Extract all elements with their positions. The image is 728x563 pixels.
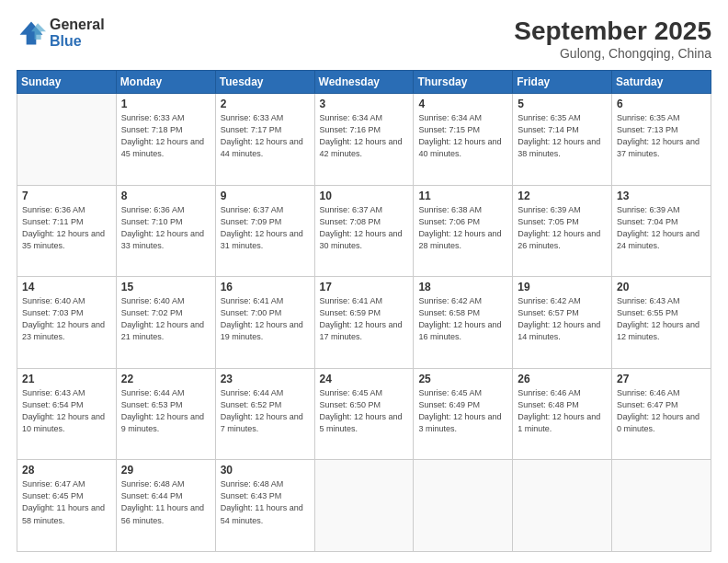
day-number: 14 bbox=[22, 281, 111, 293]
day-number: 2 bbox=[221, 98, 310, 110]
weekday-header-sunday: Sunday bbox=[17, 71, 117, 94]
header: General Blue September 2025 Gulong, Chon… bbox=[17, 17, 711, 61]
calendar-cell: 29Sunrise: 6:48 AM Sunset: 6:44 PM Dayli… bbox=[116, 460, 215, 552]
day-number: 9 bbox=[221, 190, 310, 202]
day-info: Sunrise: 6:35 AM Sunset: 7:14 PM Dayligh… bbox=[518, 112, 607, 160]
calendar-cell: 25Sunrise: 6:45 AM Sunset: 6:49 PM Dayli… bbox=[414, 368, 513, 460]
day-number: 13 bbox=[617, 190, 706, 202]
calendar-cell: 10Sunrise: 6:37 AM Sunset: 7:08 PM Dayli… bbox=[314, 185, 414, 277]
weekday-header-tuesday: Tuesday bbox=[215, 71, 314, 94]
day-info: Sunrise: 6:38 AM Sunset: 7:06 PM Dayligh… bbox=[418, 204, 507, 252]
day-number: 3 bbox=[320, 98, 409, 110]
logo-text: General Blue bbox=[50, 17, 105, 49]
day-info: Sunrise: 6:36 AM Sunset: 7:11 PM Dayligh… bbox=[22, 204, 111, 252]
logo-icon bbox=[17, 18, 46, 48]
day-number: 22 bbox=[121, 373, 210, 385]
day-number: 28 bbox=[22, 464, 111, 477]
day-number: 15 bbox=[121, 281, 210, 293]
page: General Blue September 2025 Gulong, Chon… bbox=[0, 0, 728, 563]
calendar-week-1: 7Sunrise: 6:36 AM Sunset: 7:11 PM Daylig… bbox=[17, 185, 711, 277]
day-number: 29 bbox=[121, 464, 210, 477]
logo: General Blue bbox=[17, 17, 105, 49]
calendar-cell: 15Sunrise: 6:40 AM Sunset: 7:02 PM Dayli… bbox=[116, 277, 215, 369]
day-number: 1 bbox=[121, 98, 210, 110]
day-number: 27 bbox=[617, 373, 706, 385]
calendar-cell: 11Sunrise: 6:38 AM Sunset: 7:06 PM Dayli… bbox=[414, 185, 513, 277]
calendar-cell: 21Sunrise: 6:43 AM Sunset: 6:54 PM Dayli… bbox=[17, 368, 117, 460]
weekday-header-friday: Friday bbox=[513, 71, 612, 94]
weekday-header-wednesday: Wednesday bbox=[314, 71, 414, 94]
day-info: Sunrise: 6:46 AM Sunset: 6:48 PM Dayligh… bbox=[518, 387, 607, 435]
day-info: Sunrise: 6:39 AM Sunset: 7:04 PM Dayligh… bbox=[617, 204, 706, 252]
weekday-header-thursday: Thursday bbox=[414, 71, 513, 94]
calendar-cell: 26Sunrise: 6:46 AM Sunset: 6:48 PM Dayli… bbox=[513, 368, 612, 460]
calendar-cell: 3Sunrise: 6:34 AM Sunset: 7:16 PM Daylig… bbox=[314, 94, 414, 186]
calendar-cell: 2Sunrise: 6:33 AM Sunset: 7:17 PM Daylig… bbox=[215, 94, 314, 186]
calendar-week-4: 28Sunrise: 6:47 AM Sunset: 6:45 PM Dayli… bbox=[17, 460, 711, 552]
day-info: Sunrise: 6:39 AM Sunset: 7:05 PM Dayligh… bbox=[518, 204, 607, 252]
calendar-body: 1Sunrise: 6:33 AM Sunset: 7:18 PM Daylig… bbox=[17, 94, 711, 552]
day-number: 24 bbox=[320, 373, 409, 385]
day-number: 4 bbox=[418, 98, 507, 110]
day-info: Sunrise: 6:41 AM Sunset: 7:00 PM Dayligh… bbox=[221, 295, 310, 343]
day-info: Sunrise: 6:36 AM Sunset: 7:10 PM Dayligh… bbox=[121, 204, 210, 252]
day-number: 17 bbox=[320, 281, 409, 293]
calendar-week-2: 14Sunrise: 6:40 AM Sunset: 7:03 PM Dayli… bbox=[17, 277, 711, 369]
calendar-cell: 19Sunrise: 6:42 AM Sunset: 6:57 PM Dayli… bbox=[513, 277, 612, 369]
day-info: Sunrise: 6:37 AM Sunset: 7:09 PM Dayligh… bbox=[221, 204, 310, 252]
day-info: Sunrise: 6:43 AM Sunset: 6:55 PM Dayligh… bbox=[617, 295, 706, 343]
day-number: 23 bbox=[221, 373, 310, 385]
day-number: 26 bbox=[518, 373, 607, 385]
location-title: Gulong, Chongqing, China bbox=[514, 46, 711, 61]
day-number: 19 bbox=[518, 281, 607, 293]
day-number: 7 bbox=[22, 190, 111, 202]
calendar-cell: 28Sunrise: 6:47 AM Sunset: 6:45 PM Dayli… bbox=[17, 460, 117, 552]
calendar-cell bbox=[17, 94, 117, 186]
day-info: Sunrise: 6:41 AM Sunset: 6:59 PM Dayligh… bbox=[320, 295, 409, 343]
day-info: Sunrise: 6:43 AM Sunset: 6:54 PM Dayligh… bbox=[22, 387, 111, 435]
day-info: Sunrise: 6:33 AM Sunset: 7:18 PM Dayligh… bbox=[121, 112, 210, 160]
day-info: Sunrise: 6:34 AM Sunset: 7:16 PM Dayligh… bbox=[320, 112, 409, 160]
day-number: 20 bbox=[617, 281, 706, 293]
calendar-cell: 5Sunrise: 6:35 AM Sunset: 7:14 PM Daylig… bbox=[513, 94, 612, 186]
calendar-cell: 18Sunrise: 6:42 AM Sunset: 6:58 PM Dayli… bbox=[414, 277, 513, 369]
calendar-cell: 4Sunrise: 6:34 AM Sunset: 7:15 PM Daylig… bbox=[414, 94, 513, 186]
calendar-cell: 23Sunrise: 6:44 AM Sunset: 6:52 PM Dayli… bbox=[215, 368, 314, 460]
calendar-cell bbox=[612, 460, 711, 552]
day-info: Sunrise: 6:47 AM Sunset: 6:45 PM Dayligh… bbox=[22, 478, 111, 526]
day-number: 25 bbox=[418, 373, 507, 385]
calendar-header: SundayMondayTuesdayWednesdayThursdayFrid… bbox=[17, 71, 711, 94]
day-info: Sunrise: 6:40 AM Sunset: 7:03 PM Dayligh… bbox=[22, 295, 111, 343]
day-number: 10 bbox=[320, 190, 409, 202]
calendar-cell: 30Sunrise: 6:48 AM Sunset: 6:43 PM Dayli… bbox=[215, 460, 314, 552]
day-number: 18 bbox=[418, 281, 507, 293]
calendar-cell: 13Sunrise: 6:39 AM Sunset: 7:04 PM Dayli… bbox=[612, 185, 711, 277]
day-info: Sunrise: 6:34 AM Sunset: 7:15 PM Dayligh… bbox=[418, 112, 507, 160]
calendar-cell: 9Sunrise: 6:37 AM Sunset: 7:09 PM Daylig… bbox=[215, 185, 314, 277]
title-block: September 2025 Gulong, Chongqing, China bbox=[514, 17, 711, 61]
calendar-cell: 24Sunrise: 6:45 AM Sunset: 6:50 PM Dayli… bbox=[314, 368, 414, 460]
day-info: Sunrise: 6:48 AM Sunset: 6:44 PM Dayligh… bbox=[121, 478, 210, 526]
day-info: Sunrise: 6:42 AM Sunset: 6:57 PM Dayligh… bbox=[518, 295, 607, 343]
calendar-cell bbox=[513, 460, 612, 552]
day-number: 21 bbox=[22, 373, 111, 385]
calendar-cell: 20Sunrise: 6:43 AM Sunset: 6:55 PM Dayli… bbox=[612, 277, 711, 369]
calendar-cell: 8Sunrise: 6:36 AM Sunset: 7:10 PM Daylig… bbox=[116, 185, 215, 277]
day-info: Sunrise: 6:35 AM Sunset: 7:13 PM Dayligh… bbox=[617, 112, 706, 160]
calendar-cell bbox=[314, 460, 414, 552]
calendar-cell: 14Sunrise: 6:40 AM Sunset: 7:03 PM Dayli… bbox=[17, 277, 117, 369]
day-info: Sunrise: 6:46 AM Sunset: 6:47 PM Dayligh… bbox=[617, 387, 706, 435]
day-info: Sunrise: 6:45 AM Sunset: 6:49 PM Dayligh… bbox=[418, 387, 507, 435]
day-info: Sunrise: 6:37 AM Sunset: 7:08 PM Dayligh… bbox=[320, 204, 409, 252]
day-info: Sunrise: 6:44 AM Sunset: 6:52 PM Dayligh… bbox=[221, 387, 310, 435]
day-info: Sunrise: 6:40 AM Sunset: 7:02 PM Dayligh… bbox=[121, 295, 210, 343]
calendar-week-0: 1Sunrise: 6:33 AM Sunset: 7:18 PM Daylig… bbox=[17, 94, 711, 186]
day-number: 6 bbox=[617, 98, 706, 110]
calendar-cell: 1Sunrise: 6:33 AM Sunset: 7:18 PM Daylig… bbox=[116, 94, 215, 186]
calendar-cell: 16Sunrise: 6:41 AM Sunset: 7:00 PM Dayli… bbox=[215, 277, 314, 369]
day-number: 12 bbox=[518, 190, 607, 202]
day-number: 11 bbox=[418, 190, 507, 202]
day-info: Sunrise: 6:44 AM Sunset: 6:53 PM Dayligh… bbox=[121, 387, 210, 435]
logo-general-text: General bbox=[50, 17, 105, 33]
day-info: Sunrise: 6:45 AM Sunset: 6:50 PM Dayligh… bbox=[320, 387, 409, 435]
